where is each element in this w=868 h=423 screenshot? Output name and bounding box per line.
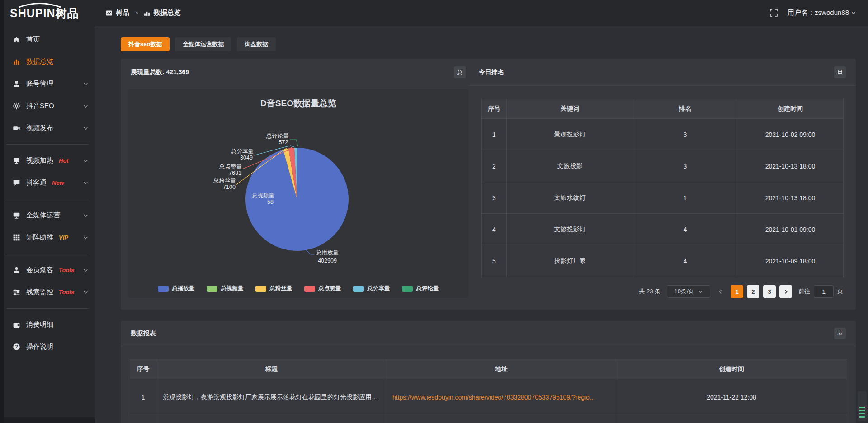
sidebar-item-label: 操作说明 — [26, 343, 53, 351]
ranking-badge-button[interactable]: 日 — [834, 66, 846, 78]
report-badge-button[interactable]: 表 — [834, 328, 846, 339]
username-label: 用户名：zswodun88 — [788, 9, 849, 17]
goto-page-input[interactable] — [814, 285, 834, 298]
sidebar-item-label: 账号管理 — [26, 80, 53, 88]
table-row[interactable]: 2文旅投影32021-10-13 18:00 — [482, 150, 844, 182]
page-button-1[interactable]: 1 — [731, 285, 743, 298]
sidebar-item-douyin-seo[interactable]: 抖音SEO — [4, 95, 95, 117]
sidebar-item-label: 抖音SEO — [26, 102, 54, 110]
operation-guide-icon: ? — [13, 343, 20, 351]
legend-item[interactable]: 总粉丝量 — [255, 285, 292, 292]
sidebar-item-video-heat[interactable]: 视频加热Hot — [4, 150, 95, 172]
prev-page-button[interactable] — [717, 289, 724, 295]
table-cell: 2021-10-01 09:00 — [737, 214, 844, 245]
table-row[interactable]: 3文旅水纹灯12021-10-13 18:00 — [482, 182, 844, 214]
page-number-list: 123 — [731, 285, 792, 298]
next-page-button[interactable] — [779, 285, 792, 298]
table-row: 1景观投影灯，夜游景观投影灯厂家展示展示落花灯在花园里的灯光投影应用效果 #ht… — [130, 379, 847, 415]
legend-item[interactable]: 总播放量 — [158, 285, 195, 292]
svg-text:402909: 402909 — [318, 258, 337, 264]
sidebar-item-badge: Tools — [59, 289, 74, 296]
svg-text:7100: 7100 — [223, 184, 236, 190]
sidebar-item-account-management[interactable]: 账号管理 — [4, 73, 95, 95]
table-cell: 3 — [482, 182, 507, 214]
page-button-2[interactable]: 2 — [747, 285, 760, 298]
video-link[interactable]: https://www.iesdouyin.com/share/video/70… — [392, 394, 595, 401]
report-column-header: 序号 — [130, 359, 156, 379]
pie-chart-canvas[interactable]: D音SEO数据量总览总播放量402909总视频量58总粉丝量7100总点赞量76… — [128, 89, 468, 300]
table-row[interactable]: 5投影灯厂家42021-10-09 18:00 — [482, 245, 844, 277]
sidebar-item-data-overview[interactable]: 数据总览 — [4, 51, 95, 73]
legend-item[interactable]: 总分享量 — [353, 285, 390, 292]
table-row[interactable]: 1景观投影灯32021-10-02 09:00 — [482, 119, 844, 150]
chevron-down-icon — [83, 212, 89, 218]
consumption-detail-icon — [13, 321, 20, 329]
douyin-seo-icon — [13, 102, 20, 110]
sidebar-item-operation-guide[interactable]: ?操作说明 — [4, 336, 95, 358]
sidebar: SHUPIN树品 首页数据总览账号管理抖音SEO视频发布视频加热Hot抖客通Ne… — [0, 0, 95, 423]
svg-text:总粉丝量: 总粉丝量 — [213, 178, 236, 184]
video-publish-icon — [13, 124, 20, 132]
sidebar-divider — [6, 254, 89, 254]
sidebar-item-member-baoke[interactable]: 会员爆客Tools — [4, 259, 95, 281]
sidebar-item-label: 抖客通 — [26, 179, 47, 187]
sidebar-item-consumption-detail[interactable]: 消费明细 — [4, 314, 95, 336]
chevron-down-icon — [83, 81, 89, 87]
overview-badge-button[interactable]: 总 — [454, 66, 466, 78]
breadcrumb-page-icon — [144, 10, 150, 16]
data-report-panel: 数据报表 表 序号标题地址创建时间1景观投影灯，夜游景观投影灯厂家展示展示落花灯… — [121, 321, 856, 423]
ranking-title: 今日排名 — [479, 68, 504, 76]
tab-1[interactable]: 全媒体运营数据 — [175, 37, 231, 51]
legend-label: 总视频量 — [221, 285, 244, 292]
ranking-column-header: 关键词 — [507, 99, 633, 119]
sidebar-item-matrix-boost[interactable]: 矩阵助推VIP — [4, 226, 95, 249]
sidebar-item-label: 数据总览 — [26, 57, 53, 66]
sidebar-item-douketong[interactable]: 抖客通New — [4, 172, 95, 194]
table-cell: 2021-10-13 18:00 — [737, 182, 844, 214]
overview-title: 展现量总数: 421,369 — [131, 68, 189, 76]
legend-item[interactable]: 总点赞量 — [304, 285, 341, 292]
sidebar-item-home[interactable]: 首页 — [4, 28, 95, 51]
tab-0[interactable]: 抖音seo数据 — [121, 37, 170, 51]
sidebar-item-label: 线索监控 — [26, 288, 53, 296]
app-logo[interactable]: SHUPIN树品 — [4, 0, 95, 26]
sidebar-item-label: 首页 — [26, 35, 40, 44]
sidebar-item-video-publish[interactable]: 视频发布 — [4, 117, 95, 139]
sidebar-item-badge: Hot — [59, 157, 69, 164]
legend-item[interactable]: 总评论量 — [402, 285, 439, 292]
report-table: 序号标题地址创建时间1景观投影灯，夜游景观投影灯厂家展示展示落花灯在花园里的灯光… — [130, 359, 847, 423]
page-button-3[interactable]: 3 — [763, 285, 776, 298]
svg-text:7681: 7681 — [229, 170, 241, 176]
table-cell: 5 — [482, 245, 507, 277]
svg-text:D音SEO数据量总览: D音SEO数据量总览 — [260, 99, 336, 108]
table-row[interactable]: 4文旅投影灯42021-10-01 09:00 — [482, 214, 844, 245]
fullscreen-icon[interactable] — [770, 9, 778, 17]
legend-label: 总粉丝量 — [270, 285, 292, 292]
legend-label: 总评论量 — [416, 285, 439, 292]
table-cell: 4 — [633, 214, 737, 245]
sidebar-item-media-operation[interactable]: 全媒体运营 — [4, 204, 95, 226]
report-cell-title — [156, 415, 387, 423]
user-menu[interactable]: 用户名：zswodun88 — [788, 9, 856, 17]
sidebar-divider — [6, 199, 89, 199]
pie-chart[interactable]: D音SEO数据量总览总播放量402909总视频量58总粉丝量7100总点赞量76… — [128, 89, 468, 298]
tab-2[interactable]: 询盘数据 — [237, 37, 276, 51]
legend-swatch — [158, 286, 169, 292]
sidebar-item-label: 全媒体运营 — [26, 211, 60, 220]
sidebar-collapse-bar[interactable] — [4, 417, 95, 423]
svg-text:总点赞量: 总点赞量 — [219, 164, 242, 170]
legend-item[interactable]: 总视频量 — [207, 285, 244, 292]
sidebar-item-clue-monitor[interactable]: 线索监控Tools — [4, 281, 95, 303]
floating-widget[interactable] — [858, 391, 867, 421]
sidebar-rail — [0, 0, 4, 423]
breadcrumb-app[interactable]: 树品 — [116, 9, 129, 17]
chevron-down-icon — [83, 180, 89, 186]
table-cell: 2021-10-13 18:00 — [737, 150, 844, 182]
sidebar-divider — [6, 144, 89, 145]
breadcrumb-separator: > — [135, 9, 138, 16]
account-management-icon — [13, 80, 20, 88]
table-row — [130, 415, 847, 423]
legend-swatch — [353, 286, 364, 292]
member-baoke-icon — [13, 266, 20, 274]
page-size-select[interactable]: 10条/页 — [667, 285, 710, 298]
